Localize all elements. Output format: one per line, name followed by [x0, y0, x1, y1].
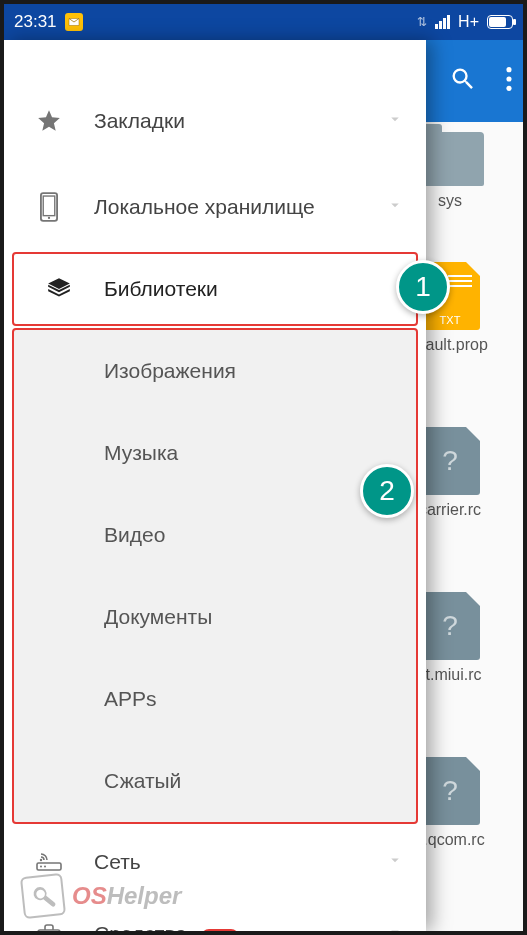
highlight-box-2: Изображения Музыка Видео Документы APPs …: [12, 328, 418, 824]
chevron-down-icon: [386, 922, 404, 931]
status-bar: 23:31 ⇅ H+: [4, 4, 523, 40]
drawer-item-label: Изображения: [104, 359, 394, 383]
svg-point-0: [506, 67, 511, 72]
drawer-item-label: APPs: [104, 687, 394, 711]
star-icon: [34, 106, 64, 136]
svg-point-8: [40, 866, 42, 868]
mail-notification-icon: [65, 13, 83, 31]
drawer-item-label: Закладки: [94, 109, 386, 133]
drawer-item-label: Сжатый: [104, 769, 394, 793]
toolbox-icon: [34, 919, 64, 931]
new-badge: new: [201, 929, 239, 931]
drawer-item-libraries[interactable]: Библиотеки: [14, 254, 416, 324]
search-icon[interactable]: [449, 65, 477, 97]
drawer-subitem-apps[interactable]: APPs: [14, 658, 416, 740]
svg-point-1: [506, 76, 511, 81]
drawer-subitem-documents[interactable]: Документы: [14, 576, 416, 658]
unknown-file-icon: ?: [420, 592, 480, 660]
chevron-down-icon: [386, 850, 404, 874]
phone-icon: [34, 192, 64, 222]
chevron-down-icon: [386, 109, 404, 133]
layers-icon: [44, 274, 74, 304]
drawer-item-label: Библиотеки: [104, 277, 394, 301]
status-time: 23:31: [14, 12, 57, 32]
highlight-box-1: Библиотеки: [12, 252, 418, 326]
svg-point-9: [44, 866, 46, 868]
network-type: H+: [458, 13, 479, 31]
unknown-file-icon: ?: [420, 427, 480, 495]
drawer-subitem-music[interactable]: Музыка: [14, 412, 416, 494]
drawer-item-label: Средства new: [94, 922, 386, 931]
chevron-down-icon: [386, 195, 404, 219]
drawer-subitem-compressed[interactable]: Сжатый: [14, 740, 416, 822]
drawer-subitem-images[interactable]: Изображения: [14, 330, 416, 412]
drawer-item-label: Музыка: [104, 441, 394, 465]
drawer-item-storage[interactable]: Локальное хранилище: [4, 164, 426, 250]
watermark: OSHelper: [22, 875, 181, 917]
callout-badge-2: 2: [360, 464, 414, 518]
drawer-item-label: Локальное хранилище: [94, 195, 386, 219]
drawer-item-label: Документы: [104, 605, 394, 629]
drawer-item-label: Сеть: [94, 850, 386, 874]
folder-icon: [416, 132, 484, 186]
svg-rect-4: [43, 196, 55, 216]
unknown-file-icon: ?: [420, 757, 480, 825]
battery-icon: [487, 15, 513, 29]
svg-point-5: [48, 217, 50, 219]
router-icon: [34, 847, 64, 877]
watermark-brand-1: OS: [72, 882, 107, 909]
watermark-brand-2: Helper: [107, 882, 182, 909]
overflow-menu-icon[interactable]: [505, 65, 513, 97]
data-traffic-icon: ⇅: [417, 15, 427, 29]
svg-point-6: [40, 859, 42, 861]
drawer-item-label: Видео: [104, 523, 394, 547]
drawer-item-bookmarks[interactable]: Закладки: [4, 78, 426, 164]
wrench-icon: [20, 873, 66, 919]
signal-icon: [435, 15, 450, 29]
svg-rect-10: [38, 930, 60, 931]
svg-point-2: [506, 86, 511, 91]
callout-badge-1: 1: [396, 260, 450, 314]
drawer-subitem-video[interactable]: Видео: [14, 494, 416, 576]
